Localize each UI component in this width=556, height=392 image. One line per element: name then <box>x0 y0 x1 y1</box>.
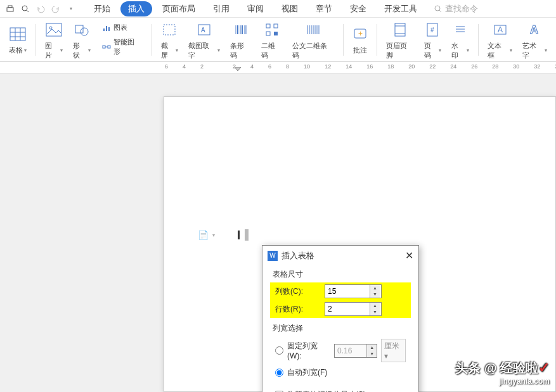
more-icon[interactable]: ▾ <box>65 3 77 15</box>
cursor-position: 📄 ▾ <box>198 229 249 241</box>
ribbon: 表格▾ 图片▾ 形状▾ 图表 智能图形 截屏▾ A 截图取字▾ 条形码 二维码 … <box>0 18 556 62</box>
svg-rect-33 <box>274 32 278 35</box>
tab-security[interactable]: 安全 <box>342 1 374 16</box>
ribbon-screenshot[interactable]: 截屏▾ <box>157 20 183 60</box>
dialog-icon: W <box>268 251 278 261</box>
ribbon-headerfooter[interactable]: 页眉页脚 <box>382 20 418 60</box>
svg-point-14 <box>81 28 88 35</box>
preview-icon[interactable] <box>19 3 32 15</box>
svg-line-3 <box>27 10 29 12</box>
columns-up[interactable]: ▲ <box>370 285 380 291</box>
shape-icon <box>74 20 89 40</box>
fixed-width-row[interactable]: 固定列宽(W): ▲▼ 厘米▾ <box>270 336 411 365</box>
gov-barcode-icon <box>306 20 321 40</box>
ribbon-image[interactable]: 图片▾ <box>41 20 67 60</box>
ocr-icon: A <box>197 20 212 40</box>
pagenumber-icon: # <box>426 20 439 40</box>
svg-rect-21 <box>164 25 175 35</box>
command-search[interactable]: 查找命令 <box>434 3 478 15</box>
page-icon: 📄 <box>198 230 209 240</box>
ribbon-barcode[interactable]: 条形码 <box>226 20 255 60</box>
svg-rect-30 <box>266 24 270 28</box>
tab-devtools[interactable]: 开发工具 <box>377 1 425 16</box>
unit-select[interactable]: 厘米▾ <box>381 339 406 362</box>
rows-row: 行数(R): ▲▼ <box>270 300 411 318</box>
columns-spinner[interactable]: ▲▼ <box>325 284 382 298</box>
width-section-label: 列宽选择 <box>270 323 411 334</box>
svg-rect-15 <box>103 28 105 31</box>
horizontal-ruler[interactable]: 642246810121416182022242628303234 <box>0 62 556 73</box>
columns-label: 列数(C): <box>275 286 320 297</box>
svg-point-12 <box>49 27 52 29</box>
ribbon-chart[interactable]: 图表 <box>100 22 144 34</box>
barcode-icon <box>233 20 249 40</box>
redo-icon[interactable] <box>49 3 62 15</box>
watermark-overlay: 头条 @ 经验啦✓ jingyanla.com <box>455 360 550 386</box>
search-placeholder: 查找命令 <box>445 3 478 15</box>
tab-start[interactable]: 开始 <box>86 1 118 16</box>
textbox-icon: A <box>493 20 508 40</box>
svg-rect-18 <box>103 46 105 48</box>
svg-point-4 <box>435 6 440 11</box>
watermark-icon <box>453 20 467 40</box>
print-icon[interactable] <box>4 3 16 15</box>
size-section-label: 表格尺寸 <box>270 269 411 280</box>
svg-rect-1 <box>8 6 12 8</box>
rows-spinner[interactable]: ▲▼ <box>325 302 382 316</box>
svg-text:A: A <box>530 23 538 36</box>
svg-text:#: # <box>430 27 434 34</box>
tab-chapter[interactable]: 章节 <box>308 1 340 16</box>
undo-icon[interactable] <box>34 3 47 15</box>
fixed-width-label: 固定列宽(W): <box>287 341 330 360</box>
svg-rect-32 <box>266 32 270 35</box>
ribbon-pagenumber[interactable]: # 页码▾ <box>420 20 446 60</box>
rows-up[interactable]: ▲ <box>370 303 380 309</box>
ribbon-govbarcode[interactable]: 公文二维条码 <box>288 20 338 60</box>
tab-review[interactable]: 审阅 <box>240 1 271 16</box>
columns-input[interactable] <box>325 285 370 298</box>
svg-rect-0 <box>7 8 13 11</box>
ribbon-textbox[interactable]: A 文本框▾ <box>484 20 516 60</box>
dialog-titlebar[interactable]: W 插入表格 ✕ <box>262 246 418 265</box>
tab-reference[interactable]: 引用 <box>205 1 237 16</box>
rows-input[interactable] <box>325 303 370 315</box>
svg-rect-17 <box>108 27 110 31</box>
ruler-indent-marker[interactable] <box>235 67 241 72</box>
ribbon-screentext[interactable]: A 截图取字▾ <box>184 20 224 60</box>
rows-label: 行数(R): <box>275 304 320 315</box>
ribbon-table[interactable]: 表格▾ <box>5 24 30 55</box>
svg-rect-16 <box>106 26 107 31</box>
ribbon-smartart[interactable]: 智能图形 <box>100 36 144 58</box>
document-workspace: 📄 ▾ W 插入表格 ✕ 表格尺寸 列数(C): ▲▼ 行数(R): <box>0 73 556 392</box>
remember-row[interactable]: 为新表格记忆此尺寸(S) <box>270 387 411 392</box>
svg-text:A: A <box>498 25 503 34</box>
screenshot-icon <box>162 20 177 40</box>
columns-down[interactable]: ▼ <box>370 291 380 298</box>
auto-width-radio[interactable] <box>275 369 283 377</box>
svg-rect-31 <box>274 24 278 28</box>
table-icon <box>9 24 27 44</box>
tab-view[interactable]: 视图 <box>274 1 306 16</box>
ribbon-comment[interactable]: + 批注 <box>349 24 372 55</box>
svg-point-2 <box>22 6 27 11</box>
ribbon-wordart[interactable]: A 艺术字▾ <box>519 20 551 60</box>
auto-width-label: 自动列宽(F) <box>287 367 327 378</box>
auto-width-row[interactable]: 自动列宽(F) <box>270 365 411 381</box>
rows-down[interactable]: ▼ <box>370 309 380 315</box>
fixed-width-spinner[interactable]: ▲▼ <box>334 344 377 358</box>
svg-line-5 <box>439 10 441 12</box>
ribbon-watermark[interactable]: 水印▾ <box>448 20 473 60</box>
ribbon-qrcode[interactable]: 二维码 <box>257 20 286 60</box>
qrcode-icon <box>265 20 279 40</box>
wordart-icon: A <box>527 20 543 40</box>
tab-pagelayout[interactable]: 页面布局 <box>155 1 203 16</box>
tab-insert[interactable]: 插入 <box>120 1 152 16</box>
fixed-width-radio[interactable] <box>275 346 283 355</box>
dialog-close-button[interactable]: ✕ <box>405 250 413 262</box>
comment-icon: + <box>352 24 368 44</box>
image-icon <box>46 20 62 40</box>
menu-tabs: 开始 插入 页面布局 引用 审阅 视图 章节 安全 开发工具 <box>86 1 425 16</box>
ribbon-shape[interactable]: 形状▾ <box>69 20 94 60</box>
dialog-title-text: 插入表格 <box>281 250 314 262</box>
svg-rect-19 <box>108 46 110 48</box>
